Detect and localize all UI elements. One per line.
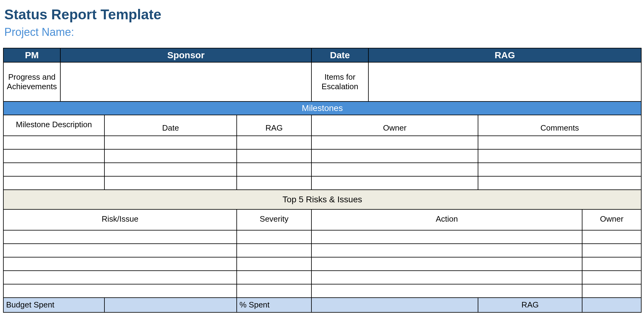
risk-action-cell[interactable]: [311, 244, 582, 257]
risk-owner-cell[interactable]: [582, 230, 641, 244]
risk-severity-cell[interactable]: [237, 257, 311, 271]
top-header-row: PM Sponsor Date RAG: [3, 48, 641, 62]
milestone-row: [3, 163, 641, 176]
milestone-date-cell[interactable]: [104, 176, 237, 190]
risk-issue-cell[interactable]: [3, 271, 237, 284]
risk-issue-cell[interactable]: [3, 230, 237, 244]
risk-row: [3, 284, 641, 298]
label-budget-spent: Budget Spent: [3, 298, 104, 312]
risk-issue-cell[interactable]: [3, 284, 237, 298]
milestone-rag-cell[interactable]: [237, 176, 311, 190]
col-risk-severity: Severity: [237, 209, 311, 230]
milestone-rag-cell[interactable]: [237, 149, 311, 163]
col-risk-issue: Risk/Issue: [3, 209, 237, 230]
col-risk-owner: Owner: [582, 209, 641, 230]
budget-row: Budget Spent % Spent RAG: [3, 298, 641, 312]
risk-owner-cell[interactable]: [582, 271, 641, 284]
milestone-desc-cell[interactable]: [3, 136, 104, 149]
risk-severity-cell[interactable]: [237, 271, 311, 284]
col-risk-action: Action: [311, 209, 582, 230]
header-date: Date: [311, 48, 368, 62]
risks-columns-row: Risk/Issue Severity Action Owner: [3, 209, 641, 230]
risks-section-header: Top 5 Risks & Issues: [3, 190, 641, 209]
milestone-rag-cell[interactable]: [237, 136, 311, 149]
risk-severity-cell[interactable]: [237, 230, 311, 244]
milestone-desc-cell[interactable]: [3, 176, 104, 190]
milestone-desc-cell[interactable]: [3, 163, 104, 176]
col-milestone-rag: RAG: [237, 115, 311, 136]
cell-escalation-value[interactable]: [368, 62, 641, 101]
project-name-label: Project Name:: [4, 26, 641, 39]
col-milestone-date: Date: [104, 115, 237, 136]
risk-action-cell[interactable]: [311, 271, 582, 284]
milestone-comments-cell[interactable]: [478, 176, 641, 190]
milestone-date-cell[interactable]: [104, 136, 237, 149]
milestone-owner-cell[interactable]: [311, 136, 478, 149]
risks-title: Top 5 Risks & Issues: [3, 190, 641, 209]
col-milestone-owner: Owner: [311, 115, 478, 136]
milestone-row: [3, 136, 641, 149]
milestone-comments-cell[interactable]: [478, 163, 641, 176]
label-budget-rag: RAG: [478, 298, 582, 312]
milestone-rag-cell[interactable]: [237, 163, 311, 176]
risk-owner-cell[interactable]: [582, 284, 641, 298]
milestone-desc-cell[interactable]: [3, 149, 104, 163]
risk-action-cell[interactable]: [311, 257, 582, 271]
label-items-escalation: Items for Escalation: [311, 62, 368, 101]
cell-budget-rag-value[interactable]: [582, 298, 641, 312]
header-rag: RAG: [368, 48, 641, 62]
label-progress-achievements: Progress and Achievements: [3, 62, 60, 101]
risk-issue-cell[interactable]: [3, 244, 237, 257]
risk-action-cell[interactable]: [311, 284, 582, 298]
milestone-comments-cell[interactable]: [478, 136, 641, 149]
col-milestone-desc: Milestone Description: [3, 115, 104, 136]
risk-issue-cell[interactable]: [3, 257, 237, 271]
milestone-date-cell[interactable]: [104, 163, 237, 176]
milestones-title: Milestones: [3, 101, 641, 115]
header-pm: PM: [3, 48, 60, 62]
milestones-section-header: Milestones: [3, 101, 641, 115]
milestone-row: [3, 176, 641, 190]
milestone-comments-cell[interactable]: [478, 149, 641, 163]
risk-action-cell[interactable]: [311, 230, 582, 244]
header-sponsor: Sponsor: [60, 48, 311, 62]
col-milestone-comments: Comments: [478, 115, 641, 136]
cell-progress-value[interactable]: [60, 62, 311, 101]
milestone-owner-cell[interactable]: [311, 176, 478, 190]
cell-pct-spent-value[interactable]: [311, 298, 478, 312]
milestone-date-cell[interactable]: [104, 149, 237, 163]
progress-escalation-row: Progress and Achievements Items for Esca…: [3, 62, 641, 101]
milestone-row: [3, 149, 641, 163]
milestone-owner-cell[interactable]: [311, 149, 478, 163]
status-report-table: PM Sponsor Date RAG Progress and Achieve…: [3, 48, 642, 313]
risk-severity-cell[interactable]: [237, 284, 311, 298]
milestones-columns-row: Milestone Description Date RAG Owner Com…: [3, 115, 641, 136]
milestone-owner-cell[interactable]: [311, 163, 478, 176]
risk-row: [3, 257, 641, 271]
label-pct-spent: % Spent: [237, 298, 311, 312]
risk-row: [3, 244, 641, 257]
risk-owner-cell[interactable]: [582, 244, 641, 257]
risk-row: [3, 271, 641, 284]
risk-severity-cell[interactable]: [237, 244, 311, 257]
risk-row: [3, 230, 641, 244]
cell-budget-spent-value[interactable]: [104, 298, 237, 312]
document-title: Status Report Template: [4, 6, 641, 23]
risk-owner-cell[interactable]: [582, 257, 641, 271]
